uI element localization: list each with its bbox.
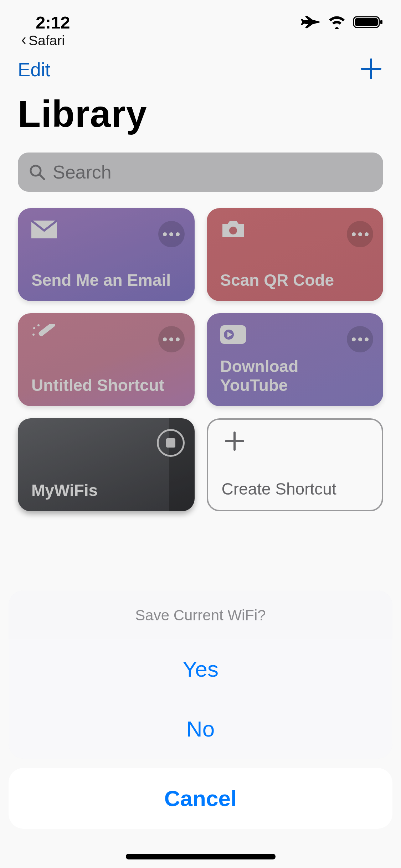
tile-label: Download YouTube: [220, 357, 370, 395]
tile-menu-button[interactable]: [347, 326, 373, 352]
breadcrumb-back[interactable]: Safari: [20, 33, 65, 48]
svg-rect-1: [355, 18, 378, 26]
svg-point-9: [37, 324, 40, 326]
search-input[interactable]: Search: [18, 153, 383, 192]
svg-point-10: [32, 334, 35, 336]
svg-rect-2: [380, 20, 382, 24]
shortcut-icon: [31, 429, 57, 450]
nav-bar: Edit: [0, 50, 401, 82]
action-option-no[interactable]: No: [9, 699, 392, 759]
tile-menu-button[interactable]: [158, 221, 185, 247]
shortcut-tile-mywifis[interactable]: MyWiFis: [18, 418, 195, 511]
mail-icon: [31, 219, 57, 240]
search-icon: [29, 164, 46, 181]
stop-button[interactable]: [157, 429, 185, 457]
tile-menu-button[interactable]: [347, 221, 373, 247]
shortcut-tile-send-email[interactable]: Send Me an Email: [18, 208, 195, 301]
action-sheet-title: Save Current WiFi?: [9, 590, 392, 639]
shortcut-tile-scan-qr[interactable]: Scan QR Code: [207, 208, 384, 301]
shortcut-tile-download-youtube[interactable]: Download YouTube: [207, 313, 384, 406]
action-sheet: Save Current WiFi? Yes No Cancel: [0, 590, 401, 868]
home-indicator[interactable]: [126, 854, 276, 859]
battery-icon: [353, 15, 383, 29]
tile-label: Send Me an Email: [31, 271, 181, 290]
status-time: 2:12: [36, 12, 70, 32]
tile-label: Untitled Shortcut: [31, 376, 181, 395]
plus-icon: [359, 57, 383, 81]
tile-label: Scan QR Code: [220, 271, 370, 290]
video-icon: [220, 324, 246, 345]
tile-menu-button[interactable]: [158, 326, 185, 352]
status-right: [300, 15, 383, 29]
create-shortcut-tile[interactable]: Create Shortcut: [207, 418, 384, 511]
status-bar: 2:12 Safari: [0, 0, 401, 50]
tile-label: MyWiFis: [31, 481, 181, 500]
wand-icon: [31, 324, 57, 345]
airplane-mode-icon: [300, 15, 320, 29]
add-shortcut-button[interactable]: [359, 57, 383, 82]
camera-icon: [220, 219, 246, 240]
breadcrumb-label: Safari: [29, 33, 65, 48]
tile-label: Create Shortcut: [222, 480, 369, 498]
svg-point-6: [229, 227, 237, 234]
action-cancel-button[interactable]: Cancel: [9, 768, 392, 829]
chevron-left-icon: [20, 37, 27, 44]
shortcut-tile-untitled[interactable]: Untitled Shortcut: [18, 313, 195, 406]
svg-line-4: [40, 175, 44, 179]
plus-icon: [222, 430, 247, 452]
shortcut-grid: Send Me an Email Scan QR Code Untitled S…: [0, 192, 401, 511]
wifi-icon: [328, 15, 346, 29]
svg-rect-7: [38, 324, 56, 337]
page-title: Library: [0, 82, 401, 135]
action-option-yes[interactable]: Yes: [9, 639, 392, 699]
action-sheet-group: Save Current WiFi? Yes No: [9, 590, 392, 759]
search-placeholder: Search: [53, 161, 112, 183]
svg-point-8: [33, 327, 35, 329]
edit-button[interactable]: Edit: [18, 59, 50, 81]
